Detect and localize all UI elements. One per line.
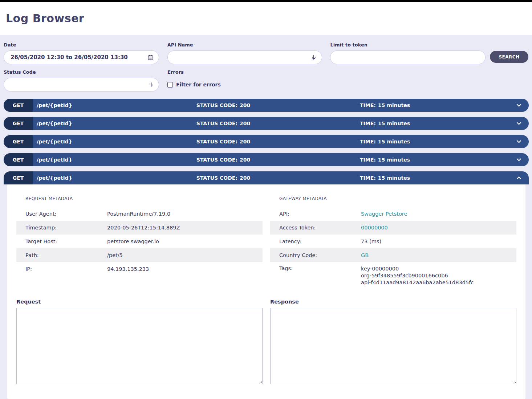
- filter-panel: Date 26/05/2020 12:30 to 26/05/2020 13:3…: [0, 35, 532, 91]
- access-token-link[interactable]: 00000000: [361, 225, 388, 231]
- http-method-badge: GET: [4, 153, 33, 166]
- calendar-icon[interactable]: [147, 54, 154, 61]
- http-method-badge: GET: [4, 135, 33, 148]
- gateway-metadata-title: GATEWAY METADATA: [270, 196, 516, 201]
- log-status: STATUS CODE:200: [158, 117, 289, 130]
- metadata-row: Target Host: petstore.swagger.io: [16, 235, 263, 248]
- filter-for-errors-checkbox[interactable]: [167, 82, 173, 87]
- log-row[interactable]: GET /pet/{petId} STATUS CODE:200 TIME:15…: [4, 135, 529, 148]
- log-row-expanded[interactable]: GET /pet/{petId} STATUS CODE:200 TIME:15…: [4, 171, 529, 184]
- page-title: Log Browser: [6, 12, 84, 25]
- log-path: /pet/{petId}: [33, 117, 158, 130]
- log-path: /pet/{petId}: [33, 99, 158, 112]
- metadata-row-tags: Tags: key-00000000 org-59f348559f3cb9000…: [270, 262, 516, 289]
- app-header: Log Browser: [0, 2, 532, 35]
- log-time: TIME:15 minutes: [289, 99, 481, 112]
- metadata-row: API: Swagger Petstore: [270, 207, 516, 221]
- tag-item: org-59f348559f3cb9000166c0b6: [361, 272, 474, 279]
- log-time: TIME:15 minutes: [289, 117, 481, 130]
- tag-item: api-f4d11aad9a8142aa6ba2abe51d83d5fc: [361, 279, 474, 286]
- log-status: STATUS CODE:200: [158, 135, 289, 148]
- metadata-row: Country Code: GB: [270, 248, 516, 262]
- request-body-textarea[interactable]: [16, 308, 263, 384]
- limit-to-token-label: Limit to token: [330, 42, 486, 48]
- log-path: /pet/{petId}: [33, 171, 158, 184]
- request-label: Request: [16, 299, 263, 305]
- country-code-link[interactable]: GB: [361, 252, 369, 258]
- api-name-label: API Name: [167, 42, 322, 48]
- metadata-row: User Agent: PostmanRuntime/7.19.0: [16, 207, 263, 221]
- date-range-value: 26/05/2020 12:30 to 26/05/2020 13:30: [11, 54, 147, 61]
- log-status: STATUS CODE:200: [158, 171, 289, 184]
- search-button[interactable]: SEARCH: [490, 51, 528, 63]
- request-metadata-title: REQUEST METADATA: [16, 196, 263, 201]
- metadata-row: Access Token: 00000000: [270, 221, 516, 235]
- chevron-down-icon[interactable]: [481, 117, 529, 130]
- metadata-row: IP: 94.193.135.233: [16, 262, 263, 276]
- limit-to-token-input[interactable]: [330, 50, 486, 64]
- metadata-row: Timestamp: 2020-05-26T12:15:14.889Z: [16, 221, 263, 235]
- date-label: Date: [4, 42, 159, 48]
- log-list: GET /pet/{petId} STATUS CODE:200 TIME:15…: [0, 99, 532, 399]
- tags-list: key-00000000 org-59f348559f3cb9000166c0b…: [361, 265, 474, 286]
- filter-for-errors-text: Filter for errors: [176, 82, 221, 87]
- log-time: TIME:15 minutes: [289, 153, 481, 166]
- response-label: Response: [270, 299, 516, 305]
- arrow-down-icon[interactable]: [311, 54, 317, 60]
- api-name-select[interactable]: [167, 50, 322, 64]
- api-link[interactable]: Swagger Petstore: [361, 211, 407, 217]
- log-status: STATUS CODE:200: [158, 153, 289, 166]
- log-path: /pet/{petId}: [33, 153, 158, 166]
- tag-item: key-00000000: [361, 265, 474, 272]
- log-row[interactable]: GET /pet/{petId} STATUS CODE:200 TIME:15…: [4, 153, 529, 166]
- metadata-row: Latency: 73 (ms): [270, 235, 516, 248]
- http-method-badge: GET: [4, 99, 33, 112]
- status-code-input[interactable]: [4, 78, 159, 91]
- request-metadata-section: REQUEST METADATA User Agent: PostmanRunt…: [16, 196, 263, 276]
- response-body-section: Response: [270, 299, 516, 386]
- chevron-down-icon[interactable]: [481, 99, 529, 112]
- chevron-up-icon[interactable]: [481, 171, 529, 184]
- log-status: STATUS CODE:200: [158, 99, 289, 112]
- status-code-label: Status Code: [4, 69, 159, 75]
- request-body-section: Request: [16, 299, 263, 386]
- http-method-badge: GET: [4, 117, 33, 130]
- log-detail-panel: REQUEST METADATA User Agent: PostmanRunt…: [7, 184, 525, 399]
- log-row[interactable]: GET /pet/{petId} STATUS CODE:200 TIME:15…: [4, 99, 529, 112]
- log-row[interactable]: GET /pet/{petId} STATUS CODE:200 TIME:15…: [4, 117, 529, 130]
- http-method-badge: GET: [4, 171, 33, 184]
- chevron-down-icon[interactable]: [481, 135, 529, 148]
- log-time: TIME:15 minutes: [289, 135, 481, 148]
- log-path: /pet/{petId}: [33, 135, 158, 148]
- chevron-down-icon[interactable]: [481, 153, 529, 166]
- bars-icon: [149, 82, 154, 87]
- errors-label: Errors: [167, 69, 221, 75]
- gateway-metadata-section: GATEWAY METADATA API: Swagger Petstore A…: [270, 196, 516, 289]
- date-range-input[interactable]: 26/05/2020 12:30 to 26/05/2020 13:30: [4, 50, 159, 64]
- metadata-row: Path: /pet/5: [16, 248, 263, 262]
- log-time: TIME:15 minutes: [289, 171, 481, 184]
- response-body-textarea[interactable]: [270, 308, 516, 384]
